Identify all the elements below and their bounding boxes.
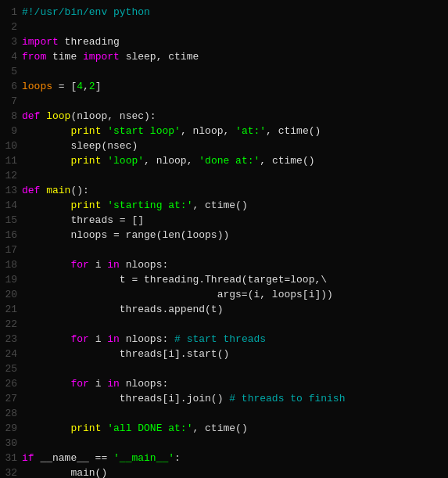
ln-16: 16 — [5, 228, 17, 243]
ln-9: 9 — [5, 124, 17, 138]
ln-8: 8 — [5, 109, 17, 124]
ln-31: 31 — [5, 451, 17, 465]
ln-15: 15 — [5, 213, 17, 228]
code-line-3: import threading — [22, 34, 442, 49]
ln-6: 6 — [5, 79, 17, 94]
ln-22: 22 — [5, 317, 17, 332]
code-line-11: print 'loop', nloop, 'done at:', ctime() — [22, 153, 442, 168]
code-line-19: t = threading.Thread(target=loop,\ — [22, 272, 442, 287]
code-line-2 — [22, 20, 442, 34]
code-line-21: threads.append(t) — [22, 302, 442, 317]
ln-26: 26 — [5, 376, 17, 391]
ln-10: 10 — [5, 138, 17, 153]
code-line-23: for i in nloops: # start threads — [22, 332, 442, 347]
code-editor: 1 2 3 4 5 6 7 8 9 10 11 12 13 14 15 16 1… — [0, 0, 448, 478]
code-line-27: threads[i].join() # threads to finish — [22, 391, 442, 406]
ln-24: 24 — [5, 347, 17, 361]
code-line-1: #!/usr/bin/env python — [22, 5, 442, 20]
ln-29: 29 — [5, 421, 17, 436]
ln-4: 4 — [5, 49, 17, 64]
ln-7: 7 — [5, 94, 17, 109]
ln-25: 25 — [5, 361, 17, 376]
ln-14: 14 — [5, 198, 17, 213]
code-line-10: sleep(nsec) — [22, 138, 442, 153]
code-line-5 — [22, 64, 442, 79]
line-numbers: 1 2 3 4 5 6 7 8 9 10 11 12 13 14 15 16 1… — [0, 5, 22, 478]
code-line-16: nloops = range(len(loops)) — [22, 228, 442, 243]
code-body: #!/usr/bin/env python import threading f… — [22, 5, 448, 478]
code-line-29: print 'all DONE at:', ctime() — [22, 421, 442, 436]
code-line-9: print 'start loop', nloop, 'at:', ctime(… — [22, 124, 442, 138]
code-line-7 — [22, 94, 442, 109]
code-line-14: print 'starting at:', ctime() — [22, 198, 442, 213]
code-line-20: args=(i, loops[i])) — [22, 287, 442, 302]
ln-20: 20 — [5, 287, 17, 302]
code-line-26: for i in nloops: — [22, 376, 442, 391]
ln-27: 27 — [5, 391, 17, 406]
code-line-32: main() — [22, 465, 442, 478]
ln-12: 12 — [5, 168, 17, 183]
code-line-25 — [22, 361, 442, 376]
code-line-28 — [22, 406, 442, 421]
ln-2: 2 — [5, 20, 17, 34]
ln-28: 28 — [5, 406, 17, 421]
ln-19: 19 — [5, 272, 17, 287]
code-line-31: if __name__ == '__main__': — [22, 451, 442, 465]
code-line-30 — [22, 436, 442, 451]
ln-3: 3 — [5, 34, 17, 49]
code-line-17 — [22, 243, 442, 257]
code-line-24: threads[i].start() — [22, 347, 442, 361]
code-line-8: def loop(nloop, nsec): — [22, 109, 442, 124]
code-line-4: from time import sleep, ctime — [22, 49, 442, 64]
code-line-6: loops = [4,2] — [22, 79, 442, 94]
ln-17: 17 — [5, 243, 17, 257]
code-line-15: threads = [] — [22, 213, 442, 228]
ln-21: 21 — [5, 302, 17, 317]
ln-30: 30 — [5, 436, 17, 451]
code-line-18: for i in nloops: — [22, 257, 442, 272]
ln-18: 18 — [5, 257, 17, 272]
code-line-12 — [22, 168, 442, 183]
ln-11: 11 — [5, 153, 17, 168]
code-line-22 — [22, 317, 442, 332]
ln-32: 32 — [5, 465, 17, 478]
ln-1: 1 — [5, 5, 17, 20]
code-line-13: def main(): — [22, 183, 442, 198]
ln-23: 23 — [5, 332, 17, 347]
ln-5: 5 — [5, 64, 17, 79]
ln-13: 13 — [5, 183, 17, 198]
